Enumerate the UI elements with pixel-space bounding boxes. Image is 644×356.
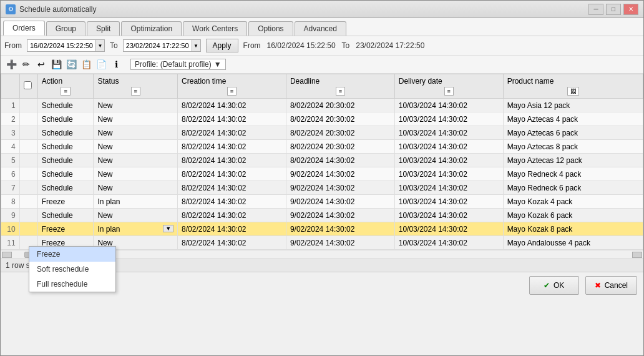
row-creation: 8/02/2024 14:30:02 <box>178 112 286 126</box>
row-delivery: 10/03/2024 14:30:02 <box>394 236 503 250</box>
table-row[interactable]: 5 Schedule New 8/02/2024 14:30:02 8/02/2… <box>1 154 643 167</box>
scroll-right-arrow[interactable] <box>632 252 642 258</box>
tab-options[interactable]: Options <box>248 21 293 36</box>
row-deadline: 9/02/2024 14:30:02 <box>286 209 394 222</box>
from-date-input[interactable]: 16/02/2024 15:22:50 ▼ <box>27 39 105 52</box>
tab-split[interactable]: Split <box>87 21 120 36</box>
context-menu-item-soft-reschedule[interactable]: Soft reschedule <box>29 262 115 277</box>
copy-icon-button[interactable]: 📋 <box>79 57 93 71</box>
maximize-button[interactable]: □ <box>606 4 621 15</box>
row-action: Schedule <box>37 112 94 126</box>
row-action: Schedule <box>37 209 94 222</box>
row-checkbox-cell <box>19 195 37 209</box>
tab-optimization[interactable]: Optimization <box>121 21 182 36</box>
profile-toolbar: ➕ ✏ ↩ 💾 🔄 📋 📄 ℹ Profile: (Default profil… <box>1 56 643 74</box>
table-container[interactable]: Action ≡ Status ≡ Creation time ≡ Deadli… <box>1 74 643 250</box>
col-creation-header: Creation time ≡ <box>178 74 286 99</box>
add-icon-button[interactable]: ➕ <box>4 57 18 71</box>
save-icon-button[interactable]: 💾 <box>49 57 63 71</box>
to-date-input[interactable]: 23/02/2024 17:22:50 ▼ <box>123 39 201 52</box>
context-menu-item-full-reschedule[interactable]: Full reschedule <box>29 277 115 292</box>
data-table: Action ≡ Status ≡ Creation time ≡ Deadli… <box>1 74 643 250</box>
main-window: ⚙ Schedule automatically ─ □ ✕ OrdersGro… <box>0 0 644 356</box>
from-date-value: 16/02/2024 15:22:50 <box>27 42 95 49</box>
display-from-label: From <box>243 41 261 50</box>
row-num: 10 <box>1 222 20 236</box>
row-num: 8 <box>1 195 20 209</box>
row-deadline: 9/02/2024 14:30:02 <box>286 181 394 195</box>
table-row[interactable]: 7 Schedule New 8/02/2024 14:30:02 9/02/2… <box>1 181 643 195</box>
row-checkbox-cell <box>19 209 37 222</box>
row-product: Mayo Redneck 4 pack <box>503 167 643 181</box>
refresh-icon-button[interactable]: 🔄 <box>64 57 78 71</box>
row-checkbox-cell <box>19 112 37 126</box>
table-row[interactable]: 4 Schedule New 8/02/2024 14:30:02 8/02/2… <box>1 140 643 154</box>
table-row[interactable]: 3 Schedule New 8/02/2024 14:30:02 8/02/2… <box>1 126 643 140</box>
row-creation: 8/02/2024 14:30:02 <box>178 126 286 140</box>
col-product-header: Product name 🖼 <box>503 74 643 99</box>
table-row[interactable]: 8 Freeze In plan 8/02/2024 14:30:02 9/02… <box>1 195 643 209</box>
table-row[interactable]: 2 Schedule New 8/02/2024 14:30:02 8/02/2… <box>1 112 643 126</box>
creation-filter-icon[interactable]: ≡ <box>227 87 237 96</box>
col-num <box>1 74 20 99</box>
undo-icon-button[interactable]: ↩ <box>34 57 48 71</box>
tab-work-centers[interactable]: Work Centers <box>183 21 247 36</box>
display-to-value: 23/02/2024 17:22:50 <box>356 41 424 50</box>
row-delivery: 10/03/2024 14:30:02 <box>394 167 503 181</box>
action-filter-icon[interactable]: ≡ <box>61 87 70 96</box>
delivery-filter-icon[interactable]: ≡ <box>444 87 454 96</box>
row-creation: 8/02/2024 14:30:02 <box>178 236 286 250</box>
row-checkbox-cell <box>19 99 37 112</box>
row-deadline: 9/02/2024 14:30:02 <box>286 167 394 181</box>
scroll-left-arrow[interactable] <box>2 252 12 258</box>
ok-label: OK <box>554 281 564 290</box>
product-header-label: Product name <box>507 77 554 86</box>
row-action: Schedule <box>37 140 94 154</box>
row-product: Mayo Andalousse 4 pack <box>503 236 643 250</box>
deadline-filter-icon[interactable]: ≡ <box>336 87 345 96</box>
product-filter-icon[interactable]: 🖼 <box>567 87 579 96</box>
close-button[interactable]: ✕ <box>623 4 638 15</box>
table-row[interactable]: 10 Freeze In plan ▼ 8/02/2024 14:30:02 9… <box>1 222 643 236</box>
table-row[interactable]: 9 Schedule New 8/02/2024 14:30:02 9/02/2… <box>1 209 643 222</box>
row-product: Mayo Aztecas 4 pack <box>503 112 643 126</box>
status-filter-icon[interactable]: ≡ <box>131 87 140 96</box>
row-creation: 8/02/2024 14:30:02 <box>178 195 286 209</box>
tab-group[interactable]: Group <box>46 21 85 36</box>
minimize-button[interactable]: ─ <box>588 4 603 15</box>
export-icon-button[interactable]: 📄 <box>94 57 108 71</box>
row-delivery: 10/03/2024 14:30:02 <box>394 181 503 195</box>
tabs-bar: OrdersGroupSplitOptimizationWork Centers… <box>1 18 643 36</box>
to-date-dropdown[interactable]: ▼ <box>192 40 200 51</box>
tab-advanced[interactable]: Advanced <box>295 21 346 36</box>
row-status: New <box>94 167 178 181</box>
info-icon-button[interactable]: ℹ <box>109 57 123 71</box>
table-body: 1 Schedule New 8/02/2024 14:30:02 8/02/2… <box>1 99 643 250</box>
select-all-checkbox[interactable] <box>24 81 32 89</box>
row-status: New <box>94 140 178 154</box>
ok-button[interactable]: ✔ OK <box>529 276 579 295</box>
row-delivery: 10/03/2024 14:30:02 <box>394 112 503 126</box>
cancel-icon: ✖ <box>595 281 601 290</box>
table-row[interactable]: 1 Schedule New 8/02/2024 14:30:02 8/02/2… <box>1 99 643 112</box>
profile-selector[interactable]: Profile: (Default profile) ▼ <box>130 59 226 70</box>
row-creation: 8/02/2024 14:30:02 <box>178 209 286 222</box>
tab-orders[interactable]: Orders <box>3 21 45 36</box>
row-deadline: 8/02/2024 20:30:02 <box>286 126 394 140</box>
display-to-label: To <box>342 41 350 50</box>
from-date-dropdown[interactable]: ▼ <box>95 40 104 51</box>
row-num: 4 <box>1 140 20 154</box>
from-label: From <box>4 41 22 50</box>
status-header-label: Status <box>97 77 119 86</box>
cancel-button[interactable]: ✖ Cancel <box>585 276 637 295</box>
action-dropdown-btn[interactable]: ▼ <box>163 225 173 232</box>
creation-header-label: Creation time <box>182 77 226 86</box>
table-row[interactable]: 6 Schedule New 8/02/2024 14:30:02 9/02/2… <box>1 167 643 181</box>
context-menu-item-freeze[interactable]: Freeze <box>29 247 115 262</box>
to-date-value: 23/02/2024 17:22:50 <box>124 42 192 49</box>
row-deadline: 8/02/2024 20:30:02 <box>286 112 394 126</box>
row-status: New <box>94 209 178 222</box>
row-checkbox-cell <box>19 181 37 195</box>
edit-icon-button[interactable]: ✏ <box>19 57 33 71</box>
apply-button[interactable]: Apply <box>206 39 238 52</box>
